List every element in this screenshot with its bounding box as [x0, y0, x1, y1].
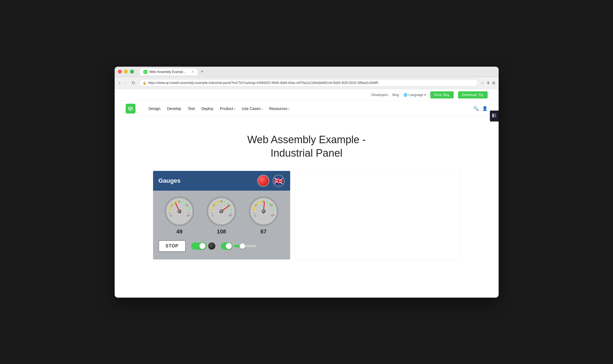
svg-text:40: 40: [171, 204, 173, 206]
chevron-down-icon: ▾: [424, 93, 426, 97]
title-line1: Web Assembly Example -: [247, 134, 366, 145]
nav-product[interactable]: Product: [220, 106, 235, 111]
gauge-dial-3: 0 40 80 100 120: [248, 196, 279, 226]
svg-line-60: [273, 213, 274, 213]
nav-links: Design Develop Test Deploy Product Use C…: [149, 106, 465, 111]
gauges-row: 0 40 80 100 120: [159, 196, 285, 235]
nav-resources[interactable]: Resources: [269, 106, 289, 111]
toggle-slider-2[interactable]: [221, 242, 256, 250]
gauge-3: 0 40 80 100 120: [248, 196, 279, 235]
url-text: https://www.qt.io/web-assembly-example-i…: [148, 81, 474, 85]
svg-rect-70: [494, 114, 496, 117]
svg-line-4: [169, 213, 170, 213]
svg-text:100: 100: [269, 204, 273, 206]
nav-develop[interactable]: Develop: [167, 106, 181, 111]
svg-line-37: [231, 213, 232, 213]
svg-rect-69: [492, 114, 494, 117]
toggle-1-track[interactable]: [191, 242, 207, 250]
gauge-3-value: 67: [261, 228, 267, 235]
side-panel: [296, 171, 460, 259]
traffic-lights: [118, 70, 134, 74]
nav-deploy[interactable]: Deploy: [201, 106, 213, 111]
red-indicator[interactable]: [257, 175, 269, 187]
toggle-1[interactable]: [191, 242, 215, 250]
gauge-dial-2: 0 40 80 100 120: [206, 196, 236, 226]
svg-text:80: 80: [221, 201, 223, 202]
page-title: Web Assembly Example - Industrial Panel: [120, 133, 493, 160]
gauge-1-value: 49: [176, 228, 182, 235]
language-selector[interactable]: 🌐 Language ▾: [403, 93, 426, 97]
svg-line-50: [253, 213, 254, 213]
panel-header: Gauges 🇬🇧: [153, 171, 290, 191]
address-bar: ‹ › ↻ 🔒 https://www.qt.io/web-assembly-e…: [115, 77, 499, 89]
nav-test[interactable]: Test: [188, 106, 195, 111]
user-icon[interactable]: 👤: [482, 106, 488, 111]
toggle-2-thumb: [226, 243, 232, 249]
tab-close-icon[interactable]: ✕: [191, 70, 194, 74]
search-icon[interactable]: 🔍: [473, 106, 479, 111]
page-content: Developers Blog 🌐 Language ▾ Price. Buy.…: [115, 89, 499, 298]
svg-text:120: 120: [187, 214, 190, 216]
active-tab[interactable]: Q Web Assembly Example - Indu... ✕: [139, 68, 198, 75]
svg-point-22: [177, 209, 181, 213]
svg-text:0: 0: [170, 214, 171, 216]
maximize-button[interactable]: [130, 70, 134, 74]
reload-button[interactable]: ↻: [131, 79, 136, 87]
globe-icon: 🌐: [403, 93, 408, 97]
close-button[interactable]: [118, 70, 122, 74]
stop-button[interactable]: STOP: [159, 240, 186, 252]
svg-point-68: [262, 209, 265, 213]
gauge-2: 0 40 80 100 120: [206, 196, 236, 235]
slider-thumb[interactable]: [239, 243, 245, 249]
blog-link[interactable]: Blog: [392, 93, 399, 97]
svg-text:120: 120: [229, 214, 232, 216]
sidebar-icon[interactable]: ⊞: [492, 81, 495, 85]
svg-text:40: 40: [213, 204, 215, 206]
svg-text:120: 120: [271, 214, 274, 216]
svg-text:40: 40: [255, 204, 257, 206]
nav-use-cases[interactable]: Use Cases: [242, 106, 262, 111]
forward-button[interactable]: ›: [124, 79, 128, 86]
back-button[interactable]: ‹: [118, 79, 122, 86]
panel-body: 0 40 80 100 120: [153, 191, 290, 259]
security-icon: 🔒: [143, 81, 146, 85]
svg-point-45: [219, 209, 223, 213]
title-bar: Q Web Assembly Example - Indu... ✕ +: [115, 67, 499, 77]
toggle-1-thumb: [199, 243, 205, 249]
nav-design[interactable]: Design: [149, 106, 161, 111]
content-area: Gauges 🇬🇧: [115, 171, 499, 270]
address-bar-actions: ☆ ⬇ ⊞: [481, 81, 495, 85]
developers-link[interactable]: Developers: [371, 93, 388, 97]
tab-bar: Q Web Assembly Example - Indu... ✕ +: [139, 68, 495, 75]
dark-knob[interactable]: [208, 242, 215, 250]
tab-favicon: Q: [143, 70, 147, 74]
flag-uk[interactable]: 🇬🇧: [273, 175, 285, 187]
svg-text:0: 0: [254, 214, 255, 216]
page-hero: Web Assembly Example - Industrial Panel: [115, 117, 499, 171]
download-button[interactable]: Download. Try.: [458, 91, 487, 98]
svg-text:100: 100: [185, 204, 188, 206]
slider-track[interactable]: [234, 245, 256, 247]
url-bar[interactable]: 🔒 https://www.qt.io/web-assembly-example…: [139, 79, 478, 87]
title-line2: Industrial Panel: [271, 147, 343, 159]
svg-text:80: 80: [178, 201, 180, 202]
new-tab-button[interactable]: +: [199, 69, 205, 75]
price-button[interactable]: Price. Buy.: [430, 91, 454, 98]
language-label: Language: [409, 93, 423, 97]
utility-links: Developers Blog 🌐 Language ▾: [371, 93, 426, 97]
gauge-dial-1: 0 40 80 100 120: [164, 196, 194, 226]
main-navbar: Qt Design Develop Test Deploy Product Us…: [115, 101, 499, 117]
svg-text:0: 0: [212, 214, 213, 216]
star-icon[interactable]: ☆: [481, 81, 484, 85]
minimize-button[interactable]: [124, 70, 128, 74]
toggle-2-track[interactable]: [221, 242, 232, 250]
svg-line-27: [211, 213, 212, 213]
industrial-panel: Gauges 🇬🇧: [153, 171, 290, 259]
utility-bar: Developers Blog 🌐 Language ▾ Price. Buy.…: [115, 89, 499, 101]
browser-sidebar-panel-icon[interactable]: [490, 111, 499, 122]
nav-icons: 🔍 👤: [473, 106, 488, 111]
svg-line-14: [189, 213, 190, 213]
download-icon[interactable]: ⬇: [487, 81, 490, 85]
gauge-2-value: 108: [217, 228, 226, 235]
qt-logo[interactable]: Qt: [126, 104, 135, 114]
